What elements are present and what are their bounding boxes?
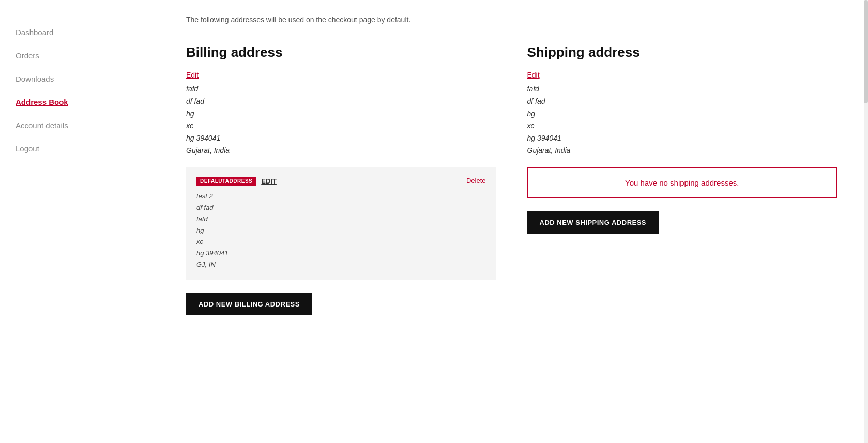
shipping-edit-link[interactable]: Edit	[527, 71, 540, 79]
shipping-line-2: df fad	[527, 96, 837, 108]
shipping-line-6: Gujarat, India	[527, 145, 837, 157]
billing-address-section: Billing address Edit fafd df fad hg xc h…	[186, 44, 496, 315]
scrollbar-thumb[interactable]	[864, 0, 868, 103]
shipping-heading: Shipping address	[527, 44, 837, 60]
no-shipping-addresses-box: You have no shipping addresses.	[527, 167, 837, 198]
billing-delete-link[interactable]: Delete	[466, 177, 486, 185]
billing-line-6: Gujarat, India	[186, 145, 496, 157]
no-shipping-message: You have no shipping addresses.	[625, 178, 739, 187]
billing-line-1: fafd	[186, 83, 496, 96]
add-billing-address-button[interactable]: ADD NEW BILLING ADDRESS	[186, 293, 312, 315]
sidebar-item-dashboard[interactable]: Dashboard	[16, 21, 139, 44]
shipping-line-1: fafd	[527, 83, 837, 96]
billing-default-address: fafd df fad hg xc hg 394041 Gujarat, Ind…	[186, 83, 496, 157]
billing-line-5: hg 394041	[186, 132, 496, 145]
shipping-address-section: Shipping address Edit fafd df fad hg xc …	[527, 44, 837, 315]
sidebar-item-address-book[interactable]: Address Book	[16, 90, 139, 114]
default-badge: DEFALUTADDRESS	[196, 177, 256, 186]
card-line-2: df fad	[196, 202, 486, 213]
sidebar: Dashboard Orders Downloads Address Book …	[0, 0, 155, 443]
billing-line-2: df fad	[186, 96, 496, 108]
shipping-default-address: fafd df fad hg xc hg 394041 Gujarat, Ind…	[527, 83, 837, 157]
card-header: DEFALUTADDRESS EDIT	[196, 177, 486, 186]
billing-line-3: hg	[186, 108, 496, 120]
billing-line-4: xc	[186, 120, 496, 132]
shipping-line-3: hg	[527, 108, 837, 120]
card-line-6: hg 394041	[196, 248, 486, 259]
sidebar-item-downloads[interactable]: Downloads	[16, 67, 139, 90]
card-line-7: GJ, IN	[196, 259, 486, 270]
sidebar-item-account-details[interactable]: Account details	[16, 114, 139, 137]
scrollbar-track[interactable]	[864, 0, 868, 443]
card-line-4: hg	[196, 225, 486, 236]
billing-address-card: Delete DEFALUTADDRESS EDIT test 2 df fad…	[186, 167, 496, 280]
billing-card-edit-link[interactable]: EDIT	[261, 177, 277, 185]
billing-heading: Billing address	[186, 44, 496, 60]
billing-edit-link[interactable]: Edit	[186, 71, 199, 79]
main-content: The following addresses will be used on …	[155, 0, 868, 443]
intro-text: The following addresses will be used on …	[186, 16, 837, 24]
shipping-line-5: hg 394041	[527, 132, 837, 145]
sidebar-item-logout[interactable]: Logout	[16, 137, 139, 160]
card-line-5: xc	[196, 236, 486, 248]
addresses-grid: Billing address Edit fafd df fad hg xc h…	[186, 44, 837, 315]
card-line-3: fafd	[196, 213, 486, 225]
shipping-line-4: xc	[527, 120, 837, 132]
card-line-1: test 2	[196, 191, 486, 202]
add-shipping-address-button[interactable]: ADD NEW SHIPPING ADDRESS	[527, 211, 659, 234]
billing-card-address: test 2 df fad fafd hg xc hg 394041 GJ, I…	[196, 191, 486, 271]
sidebar-item-orders[interactable]: Orders	[16, 44, 139, 67]
